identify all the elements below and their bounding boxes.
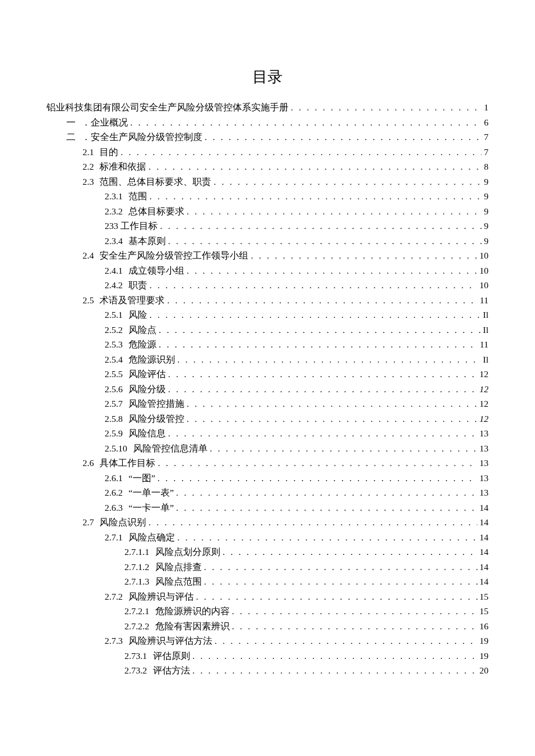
toc-entry[interactable]: 铝业科技集团有限公司安全生产风险分级管控体系实施手册1 xyxy=(47,100,488,115)
toc-entry[interactable]: 2.5.3危险源11 xyxy=(47,337,488,352)
toc-entry-page: 14 xyxy=(480,562,489,572)
toc-entry-page: 19 xyxy=(480,636,489,646)
toc-entry[interactable]: 2.3.1范围9 xyxy=(47,189,488,204)
toc-entry-number: 2.5.7 xyxy=(105,399,123,409)
toc-entry-page: 10 xyxy=(480,281,489,290)
toc-entry-label: 具体工作目标 xyxy=(99,458,155,468)
toc-entry-label: “一卡一单” xyxy=(129,503,174,513)
toc-entry-page: Il xyxy=(483,310,488,320)
toc-entry-label: 术语及管理要求 xyxy=(99,296,165,305)
toc-entry[interactable]: 2.7.1风险点确定14 xyxy=(47,530,488,545)
toc-leader-dots xyxy=(159,340,477,349)
toc-entry[interactable]: 二．安全生产风险分级管控制度7 xyxy=(47,130,488,145)
toc-leader-dots xyxy=(215,636,477,646)
toc-entry-number: 2.6 xyxy=(83,458,94,468)
toc-entry-number: 2.7.2.1 xyxy=(124,607,149,616)
toc-entry-label: 风险点划分原则 xyxy=(155,547,220,557)
toc-entry[interactable]: 233 工作目标9 xyxy=(47,218,488,234)
toc-entry[interactable]: 2.7风险点识别14 xyxy=(47,515,488,530)
toc-entry[interactable]: 2.7.1.3风险点范围14 xyxy=(47,574,488,589)
toc-entry[interactable]: 2.5.7风险管控措施12 xyxy=(47,396,488,411)
toc-entry[interactable]: 2.3范围、总体目标要求、职责9 xyxy=(47,174,488,189)
toc-leader-dots xyxy=(187,266,477,275)
toc-entry-page: 13 xyxy=(480,488,489,497)
toc-entry[interactable]: 2.3.4基本原则9 xyxy=(47,234,488,249)
toc-entry[interactable]: 2.7.2.2危险有害因素辨识16 xyxy=(47,619,488,634)
toc-entry[interactable]: 2.6.2“一单一表”13 xyxy=(47,485,488,500)
toc-entry[interactable]: 2.5.9风险信息13 xyxy=(47,426,488,441)
toc-entry[interactable]: 2.7.2风险辨识与评估15 xyxy=(47,589,488,604)
toc-entry-page: 10 xyxy=(480,251,489,260)
toc-leader-dots xyxy=(160,221,482,231)
toc-leader-dots xyxy=(232,622,477,631)
toc-entry-number: 2.6.2 xyxy=(105,488,123,497)
toc-leader-dots xyxy=(168,429,477,438)
toc-entry-label: 职责 xyxy=(129,281,147,290)
toc-entry[interactable]: 2.5术语及管理要求11 xyxy=(47,293,488,308)
toc-entry-number: 2.4.2 xyxy=(105,281,123,290)
toc-leader-dots xyxy=(158,458,477,468)
toc-entry-label: 233 工作目标 xyxy=(105,221,158,231)
toc-entry-number: 2.4 xyxy=(83,251,94,260)
toc-entry-page: 13 xyxy=(480,444,489,453)
toc-entry-label: 风险点确定 xyxy=(129,533,175,542)
toc-entry-label: 风险分级管控 xyxy=(129,414,184,424)
toc-entry[interactable]: 2.6具体工作目标13 xyxy=(47,456,488,471)
toc-entry[interactable]: 2.5.5风险评估12 xyxy=(47,367,488,382)
toc-entry[interactable]: 2.5.8风险分级管控12 xyxy=(47,411,488,427)
toc-entry[interactable]: 2.1目的7 xyxy=(47,145,488,160)
toc-leader-dots xyxy=(187,399,477,409)
toc-entry[interactable]: 2.7.2.1危险源辨识的内容15 xyxy=(47,604,488,619)
toc-leader-dots xyxy=(213,177,482,187)
toc-entry[interactable]: 2.4.2职责10 xyxy=(47,278,488,293)
toc-entry-page: 14 xyxy=(480,577,489,586)
toc-entry[interactable]: 2.73.2评估方法20 xyxy=(47,663,488,678)
toc-entry[interactable]: 2.3.2总体目标要求9 xyxy=(47,204,488,219)
toc-entry[interactable]: 一．企业概况6 xyxy=(47,115,488,130)
toc-entry[interactable]: 2.5.2风险点Il xyxy=(47,323,488,338)
toc-leader-dots xyxy=(176,503,477,513)
toc-entry-page: 9 xyxy=(484,192,488,201)
toc-entry-page: 9 xyxy=(484,237,488,246)
toc-entry-label: 危险有害因素辨识 xyxy=(155,622,230,631)
toc-entry-label: 危险源识别 xyxy=(129,355,175,364)
toc-entry-label: 成立领导小组 xyxy=(129,266,184,275)
toc-entry-label: 风险管控措施 xyxy=(129,399,184,409)
toc-entry[interactable]: 2.5.6风险分级12 xyxy=(47,382,488,397)
toc-entry-number: 2.7.3 xyxy=(105,636,123,646)
toc-entry-page: 6 xyxy=(484,118,488,127)
toc-leader-dots xyxy=(192,666,477,675)
toc-entry[interactable]: 2.5.1风险Il xyxy=(47,307,488,323)
toc-entry-number: 2.7.1.1 xyxy=(124,547,149,557)
toc-leader-dots xyxy=(177,355,481,364)
toc-entry-label: ．企业概况 xyxy=(81,118,128,127)
toc-entry[interactable]: 2.5.4危险源识别Il xyxy=(47,352,488,367)
toc-entry[interactable]: 2.73.1评估原则19 xyxy=(47,648,488,664)
toc-entry[interactable]: 2.5.10风险管控信息清单13 xyxy=(47,441,488,456)
toc-entry-number: 2.7 xyxy=(83,518,94,527)
toc-entry-number: 2.3 xyxy=(83,177,94,187)
toc-page: 目录 铝业科技集团有限公司安全生产风险分级管控体系实施手册1一．企业概况6二．安… xyxy=(0,0,535,756)
toc-entry-label: ．安全生产风险分级管控制度 xyxy=(81,132,202,142)
toc-entry-number: 2.7.2.2 xyxy=(124,622,149,631)
toc-entry[interactable]: 2.4.1成立领导小组10 xyxy=(47,263,488,278)
toc-leader-dots xyxy=(168,370,477,379)
toc-entry[interactable]: 2.2标准和依据8 xyxy=(47,159,488,174)
toc-entry-number: 2.5.9 xyxy=(105,429,123,438)
toc-entry-label: 目的 xyxy=(99,148,118,157)
toc-entry-page: 13 xyxy=(480,458,489,468)
toc-entry[interactable]: 2.7.1.1风险点划分原则14 xyxy=(47,544,488,560)
toc-entry-label: 风险辨识与评估 xyxy=(129,592,194,601)
toc-entry[interactable]: 2.7.1.2风险点排查14 xyxy=(47,560,488,575)
toc-leader-dots xyxy=(149,192,482,201)
toc-entry[interactable]: 2.7.3风险辨识与评估方法19 xyxy=(47,633,488,648)
toc-entry-number: 二 xyxy=(66,132,76,142)
toc-entry-page: 12 xyxy=(480,414,489,424)
toc-entry-page: 19 xyxy=(480,651,489,661)
toc-entry-label: 基本原则 xyxy=(129,237,166,246)
toc-entry[interactable]: 2.4安全生产风险分级管控工作领导小组10 xyxy=(47,248,488,263)
toc-entry[interactable]: 2.6.3“一卡一单”14 xyxy=(47,500,488,515)
toc-entry-label: 风险点范围 xyxy=(155,577,202,586)
toc-entry[interactable]: 2.6.1“一图”13 xyxy=(47,471,488,486)
toc-entry-number: 2.7.1.2 xyxy=(124,562,149,572)
